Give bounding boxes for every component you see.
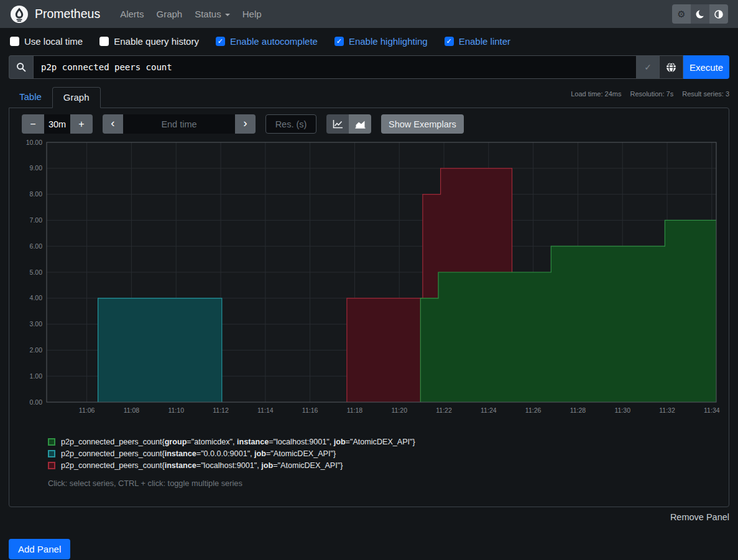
nav-link-status[interactable]: Status bbox=[188, 9, 236, 19]
y-axis-label: 1.00 bbox=[30, 372, 43, 380]
option-enable-query-history[interactable]: Enable query history bbox=[99, 36, 199, 47]
nav-link-graph[interactable]: Graph bbox=[150, 9, 188, 19]
execute-button[interactable]: Execute bbox=[683, 55, 729, 79]
checkbox-checked-icon[interactable]: ✓ bbox=[216, 37, 225, 46]
series-area[interactable] bbox=[98, 298, 222, 402]
option-label: Enable autocomplete bbox=[230, 36, 318, 47]
remove-panel-link[interactable]: Remove Panel bbox=[670, 512, 729, 522]
tab-graph[interactable]: Graph bbox=[52, 87, 101, 108]
resolution: Resolution: 7s bbox=[630, 90, 673, 98]
y-axis-label: 2.00 bbox=[30, 346, 43, 354]
add-panel-button[interactable]: Add Panel bbox=[9, 539, 70, 559]
series-label: p2p_connected_peers_count{instance="0.0.… bbox=[61, 449, 336, 458]
y-axis-label: 8.00 bbox=[30, 190, 43, 198]
result-tabs: Table Graph Load time: 24ms Resolution: … bbox=[9, 87, 729, 108]
end-time-group: ‹ › bbox=[103, 114, 256, 134]
x-axis-label: 11:10 bbox=[168, 406, 184, 414]
query-bar: ✓ Execute bbox=[9, 55, 729, 79]
query-stats: Load time: 24ms Resolution: 7s Result se… bbox=[571, 87, 729, 98]
prometheus-logo-icon[interactable] bbox=[10, 5, 29, 24]
x-axis-label: 11:20 bbox=[391, 406, 407, 414]
y-axis-label: 3.00 bbox=[30, 320, 43, 328]
x-axis-label: 11:16 bbox=[302, 406, 318, 414]
settings-gear-icon[interactable]: ⚙ bbox=[672, 4, 691, 24]
caret-down-icon bbox=[225, 14, 230, 16]
checkbox-unchecked-icon[interactable] bbox=[99, 37, 109, 46]
series-color-swatch bbox=[48, 450, 55, 457]
series-color-swatch bbox=[48, 462, 55, 469]
y-axis-label: 10.00 bbox=[26, 139, 42, 146]
x-axis-label: 11:26 bbox=[525, 406, 542, 414]
query-expression-input[interactable] bbox=[33, 55, 637, 79]
y-axis-label: 4.00 bbox=[30, 294, 43, 301]
range-decrease-button[interactable]: − bbox=[22, 114, 44, 134]
series-color-swatch bbox=[48, 438, 55, 446]
option-enable-autocomplete[interactable]: ✓Enable autocomplete bbox=[216, 36, 318, 47]
x-axis-label: 11:34 bbox=[704, 406, 720, 414]
y-axis-label: 0.00 bbox=[30, 398, 43, 406]
metrics-explorer-globe-icon[interactable] bbox=[660, 55, 683, 79]
time-back-chevron-icon[interactable]: ‹ bbox=[103, 114, 123, 134]
option-label: Enable query history bbox=[114, 36, 199, 47]
nav-link-help[interactable]: Help bbox=[236, 9, 268, 19]
moon-icon bbox=[695, 9, 705, 19]
x-axis-label: 11:32 bbox=[659, 406, 675, 414]
legend-hint: Click: select series, CTRL + click: togg… bbox=[48, 479, 720, 488]
query-valid-check-icon[interactable]: ✓ bbox=[637, 55, 660, 79]
resolution-input[interactable] bbox=[265, 114, 316, 134]
y-axis-label: 9.00 bbox=[30, 164, 43, 172]
result-series: Result series: 3 bbox=[682, 90, 729, 98]
line-chart-icon[interactable] bbox=[326, 114, 349, 134]
legend-item[interactable]: p2p_connected_peers_count{instance="loca… bbox=[48, 461, 720, 470]
navbar: Prometheus AlertsGraphStatusHelp ⚙ bbox=[0, 0, 738, 28]
y-axis-label: 5.00 bbox=[30, 269, 43, 276]
nav-link-alerts[interactable]: Alerts bbox=[114, 9, 150, 19]
contrast-icon bbox=[714, 9, 724, 19]
graph-controls: − + ‹ › Show Exemplars bbox=[22, 114, 716, 134]
x-axis-label: 11:08 bbox=[124, 406, 140, 414]
option-label: Enable highlighting bbox=[349, 36, 428, 47]
tab-table[interactable]: Table bbox=[9, 87, 52, 107]
x-axis-label: 11:24 bbox=[481, 406, 497, 414]
option-enable-highlighting[interactable]: ✓Enable highlighting bbox=[334, 36, 428, 47]
auto-theme-contrast-icon[interactable] bbox=[709, 4, 728, 24]
graph-panel: − + ‹ › Show Exemplars bbox=[9, 108, 729, 507]
theme-button-group: ⚙ bbox=[672, 4, 728, 24]
x-axis-label: 11:30 bbox=[614, 406, 630, 414]
x-axis-label: 11:14 bbox=[257, 406, 274, 414]
stacked-chart-icon[interactable] bbox=[349, 114, 371, 134]
range-increase-button[interactable]: + bbox=[70, 114, 93, 134]
legend-item[interactable]: p2p_connected_peers_count{instance="0.0.… bbox=[48, 449, 720, 458]
checkbox-checked-icon[interactable]: ✓ bbox=[334, 37, 344, 46]
search-icon bbox=[9, 55, 33, 79]
remove-panel-row: Remove Panel bbox=[9, 512, 729, 522]
series-label: p2p_connected_peers_count{group="atomicd… bbox=[61, 438, 415, 446]
load-time: Load time: 24ms bbox=[571, 90, 621, 98]
range-input[interactable] bbox=[44, 114, 70, 134]
chart-area[interactable]: 0.001.002.003.004.005.006.007.008.009.00… bbox=[18, 139, 720, 421]
option-label: Use local time bbox=[24, 36, 83, 47]
dark-theme-moon-icon[interactable] bbox=[691, 4, 709, 24]
x-axis-label: 11:22 bbox=[436, 406, 452, 414]
y-axis-label: 6.00 bbox=[30, 242, 43, 250]
legend-item[interactable]: p2p_connected_peers_count{group="atomicd… bbox=[48, 438, 720, 446]
x-axis-label: 11:12 bbox=[213, 406, 229, 414]
end-time-input[interactable] bbox=[123, 114, 235, 134]
show-exemplars-button[interactable]: Show Exemplars bbox=[381, 114, 464, 134]
range-group: − + bbox=[22, 114, 93, 134]
brand-title[interactable]: Prometheus bbox=[35, 7, 100, 21]
option-label: Enable linter bbox=[459, 36, 510, 47]
x-axis-label: 11:28 bbox=[570, 406, 586, 414]
checkbox-unchecked-icon[interactable] bbox=[10, 37, 19, 46]
option-enable-linter[interactable]: ✓Enable linter bbox=[445, 36, 510, 47]
time-forward-chevron-icon[interactable]: › bbox=[235, 114, 256, 134]
series-legend: p2p_connected_peers_count{group="atomicd… bbox=[48, 438, 720, 470]
x-axis-label: 11:06 bbox=[79, 406, 95, 414]
nav-links: AlertsGraphStatusHelp bbox=[114, 9, 267, 19]
x-axis-label: 11:18 bbox=[347, 406, 363, 414]
time-series-chart[interactable]: 0.001.002.003.004.005.006.007.008.009.00… bbox=[18, 139, 720, 420]
chart-type-group bbox=[326, 114, 371, 134]
checkbox-checked-icon[interactable]: ✓ bbox=[445, 37, 454, 46]
y-axis-label: 7.00 bbox=[30, 216, 43, 224]
option-use-local-time[interactable]: Use local time bbox=[10, 36, 83, 47]
